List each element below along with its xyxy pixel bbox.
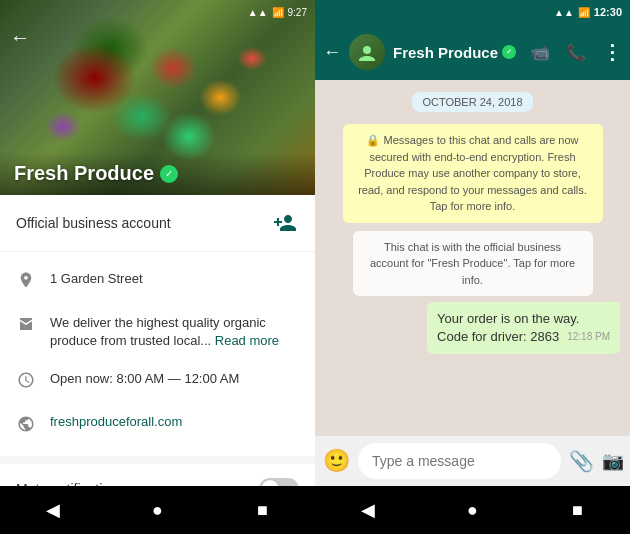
profile-name: Fresh Produce <box>14 162 154 185</box>
read-more-link[interactable]: Read more <box>215 333 279 348</box>
right-time: 12:30 <box>594 6 622 18</box>
mute-toggle[interactable] <box>259 478 299 486</box>
verified-badge-left: ✓ <box>160 165 178 183</box>
left-nav-bar: ◀ ● ■ <box>0 486 315 534</box>
globe-icon <box>16 415 36 438</box>
official-account-row: Official business account <box>0 195 315 252</box>
svg-point-0 <box>363 46 371 54</box>
chat-header: ← Fresh Produce ✓ 📹 📞 ⋮ <box>315 24 630 80</box>
add-contact-button[interactable] <box>271 209 299 237</box>
profile-cover-image: ▲▲ 📶 9:27 ← Fresh Produce ✓ <box>0 0 315 195</box>
left-time: 9:27 <box>288 7 307 18</box>
description-text: We deliver the highest quality organic p… <box>50 314 299 350</box>
description-row: We deliver the highest quality organic p… <box>0 304 315 360</box>
nav-recent-button-right[interactable]: ■ <box>538 500 618 521</box>
divider <box>0 456 315 464</box>
chat-avatar[interactable] <box>349 34 385 70</box>
info-section: 1 Garden Street We deliver the highest q… <box>0 252 315 456</box>
emoji-button[interactable]: 🙂 <box>323 448 350 474</box>
right-status-bar: ▲▲ 📶 12:30 <box>315 0 630 24</box>
hours-text: Open now: 8:00 AM — 12:00 AM <box>50 370 239 388</box>
address-text: 1 Garden Street <box>50 270 143 288</box>
profile-name-row: Fresh Produce ✓ <box>14 162 301 185</box>
nav-home-button-right[interactable]: ● <box>433 500 513 521</box>
attachment-button[interactable]: 📎 <box>569 449 594 473</box>
chat-actions: 📹 📞 ⋮ <box>530 40 622 64</box>
mute-notifications-row: Mute notifications <box>0 464 315 486</box>
message-input-field[interactable] <box>358 443 561 479</box>
official-account-label: Official business account <box>16 215 171 231</box>
bubble-line2: Code for driver: 2863 <box>437 329 559 344</box>
store-icon <box>16 315 36 338</box>
bubble-timestamp: 12:18 PM <box>567 330 610 344</box>
website-link[interactable]: freshproduceforall.com <box>50 414 182 429</box>
nav-back-button-left[interactable]: ◀ <box>13 499 93 521</box>
chat-back-button[interactable]: ← <box>323 42 341 63</box>
system-message-1[interactable]: 🔒 Messages to this chat and calls are no… <box>343 124 603 223</box>
right-nav-bar: ◀ ● ■ <box>315 486 630 534</box>
outgoing-message-bubble: Your order is on the way. Code for drive… <box>427 302 620 354</box>
chat-name-area: Fresh Produce ✓ <box>393 44 522 61</box>
date-chip: OCTOBER 24, 2018 <box>412 92 532 112</box>
verified-badge-right: ✓ <box>502 45 516 59</box>
profile-name-overlay: Fresh Produce ✓ <box>0 152 315 195</box>
left-content: Official business account 1 Garden Stree… <box>0 195 315 486</box>
message-input-area: 🙂 📎 📷 <box>315 436 630 486</box>
voice-call-button[interactable]: 📞 <box>566 43 586 62</box>
chat-name: Fresh Produce <box>393 44 498 61</box>
system-message-2[interactable]: This chat is with the official business … <box>353 231 593 297</box>
chat-area: OCTOBER 24, 2018 🔒 Messages to this chat… <box>315 80 630 436</box>
nav-back-button-right[interactable]: ◀ <box>328 499 408 521</box>
video-call-button[interactable]: 📹 <box>530 43 550 62</box>
right-panel: ▲▲ 📶 12:30 ← Fresh Produce ✓ 📹 📞 ⋮ <box>315 0 630 534</box>
camera-button[interactable]: 📷 <box>602 450 624 472</box>
left-panel: ▲▲ 📶 9:27 ← Fresh Produce ✓ Official bus… <box>0 0 315 534</box>
location-icon <box>16 271 36 294</box>
left-back-button[interactable]: ← <box>10 26 30 49</box>
nav-home-button-left[interactable]: ● <box>118 500 198 521</box>
nav-recent-button-left[interactable]: ■ <box>223 500 303 521</box>
bubble-line1: Your order is on the way. <box>437 311 579 326</box>
website-row[interactable]: freshproduceforall.com <box>0 404 315 448</box>
chat-name-row: Fresh Produce ✓ <box>393 44 522 61</box>
clock-icon <box>16 371 36 394</box>
left-status-bar: ▲▲ 📶 9:27 <box>0 0 315 24</box>
more-options-button[interactable]: ⋮ <box>602 40 622 64</box>
hours-row: Open now: 8:00 AM — 12:00 AM <box>0 360 315 404</box>
address-row: 1 Garden Street <box>0 260 315 304</box>
